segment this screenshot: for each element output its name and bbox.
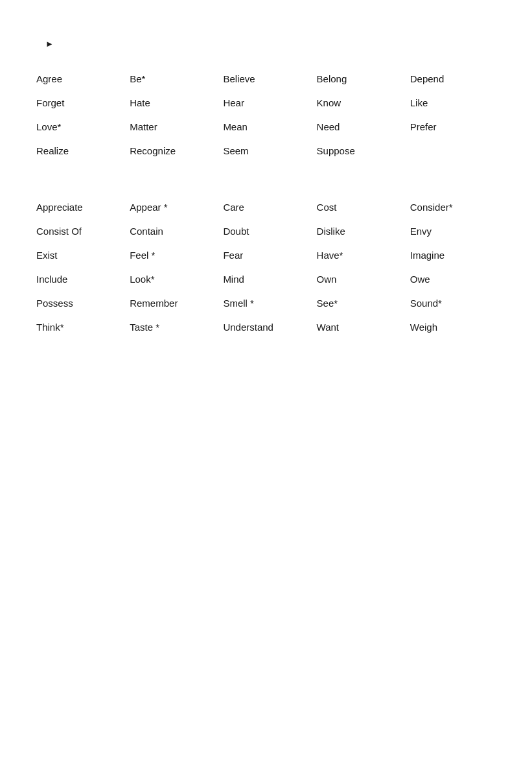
verb-cell: Weigh <box>406 315 500 339</box>
verb-cell: Seem <box>219 139 312 163</box>
table-row: ExistFeel *FearHave*Imagine <box>32 243 500 267</box>
verb-cell: Need <box>313 115 406 139</box>
verb-cell: Feel * <box>126 243 219 267</box>
verb-cell: Remember <box>126 291 219 315</box>
verb-cell: Consider* <box>406 195 500 219</box>
verb-cell: Be* <box>126 67 219 91</box>
verb-cell: Hate <box>126 91 219 115</box>
verb-cell: Care <box>219 195 312 219</box>
verb-cell: Taste * <box>126 315 219 339</box>
verb-cell: Depend <box>406 67 500 91</box>
verb-cell: Love* <box>32 115 126 139</box>
table-row: AppreciateAppear *CareCostConsider* <box>32 195 500 219</box>
verb-cell: Suppose <box>313 139 406 163</box>
verb-cell: Doubt <box>219 219 312 243</box>
table-row: Think*Taste *UnderstandWantWeigh <box>32 315 500 339</box>
verb-cell: Smell * <box>219 291 312 315</box>
verb-cell: Have* <box>313 243 406 267</box>
verb-cell: Contain <box>126 219 219 243</box>
verb-cell: Exist <box>32 243 126 267</box>
verb-cell: Possess <box>32 291 126 315</box>
verb-cell: Dislike <box>313 219 406 243</box>
verb-cell: Cost <box>313 195 406 219</box>
verb-cell: Include <box>32 267 126 291</box>
verb-cell: Envy <box>406 219 500 243</box>
verb-cell: Realize <box>32 139 126 163</box>
verb-cell: Hear <box>219 91 312 115</box>
verb-cell: Like <box>406 91 500 115</box>
section-divider <box>32 169 500 195</box>
verb-cell: Forget <box>32 91 126 115</box>
verb-cell: Fear <box>219 243 312 267</box>
verb-cell: Think* <box>32 315 126 339</box>
verb-cell: Agree <box>32 67 126 91</box>
verb-cell: Owe <box>406 267 500 291</box>
table-row: PossessRememberSmell *See*Sound* <box>32 291 500 315</box>
intro-section: ► <box>32 38 500 49</box>
verb-cell: Appreciate <box>32 195 126 219</box>
verb-cell: Matter <box>126 115 219 139</box>
verb-cell: Prefer <box>406 115 500 139</box>
verb-cell: Consist Of <box>32 219 126 243</box>
verb-cell: See* <box>313 291 406 315</box>
table-row: ForgetHateHearKnowLike <box>32 91 500 115</box>
verb-cell: Believe <box>219 67 312 91</box>
verb-cell: Mean <box>219 115 312 139</box>
verb-cell <box>406 139 500 163</box>
verb-cell: Belong <box>313 67 406 91</box>
verb-cell: Sound* <box>406 291 500 315</box>
table-row: AgreeBe*BelieveBelongDepend <box>32 67 500 91</box>
section2-table: AppreciateAppear *CareCostConsider*Consi… <box>32 195 500 339</box>
bullet-icon: ► <box>45 39 54 49</box>
verb-cell: Look* <box>126 267 219 291</box>
verb-cell: Want <box>313 315 406 339</box>
verb-cell: Appear * <box>126 195 219 219</box>
table-row: Love*MatterMeanNeedPrefer <box>32 115 500 139</box>
verb-cell: Recognize <box>126 139 219 163</box>
table-row: IncludeLook*MindOwnOwe <box>32 267 500 291</box>
section1-table: AgreeBe*BelieveBelongDependForgetHateHea… <box>32 67 500 163</box>
table-row: RealizeRecognizeSeemSuppose <box>32 139 500 163</box>
table-row: Consist OfContainDoubtDislikeEnvy <box>32 219 500 243</box>
verb-cell: Know <box>313 91 406 115</box>
verb-cell: Own <box>313 267 406 291</box>
verb-cell: Understand <box>219 315 312 339</box>
verb-cell: Imagine <box>406 243 500 267</box>
verb-cell: Mind <box>219 267 312 291</box>
